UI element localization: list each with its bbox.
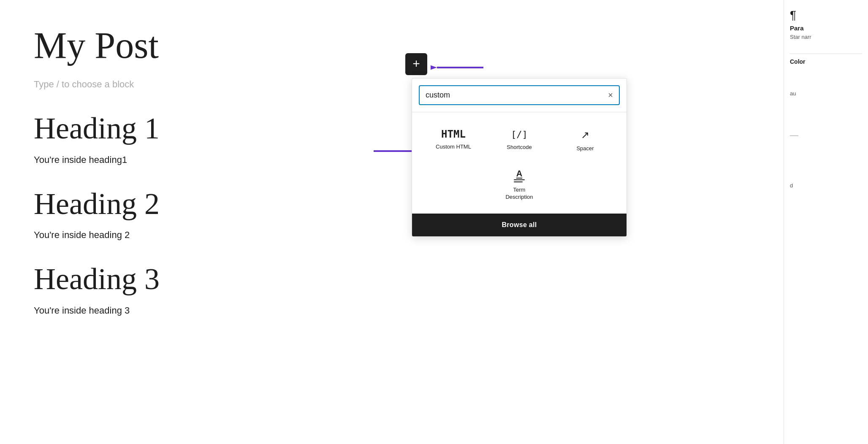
term-description-label: TermDescription [505, 187, 533, 201]
custom-html-icon: HTML [441, 129, 466, 139]
spacer-label: Spacer [576, 145, 594, 152]
term-description-icon: A [514, 169, 525, 182]
block-term-description[interactable]: A TermDescription [420, 165, 618, 205]
para-label: Para [790, 24, 862, 32]
add-block-button[interactable]: + [405, 53, 427, 75]
block-spacer[interactable]: ↗ Spacer [552, 125, 618, 157]
browse-all-button[interactable]: Browse all [412, 214, 627, 236]
paragraph-icon: ¶ [790, 8, 862, 22]
popup-blocks-row2: A TermDescription [412, 165, 627, 214]
custom-html-label: Custom HTML [436, 143, 471, 151]
d-label: d [790, 182, 862, 189]
plus-icon: + [412, 57, 420, 70]
auto-label: au [790, 90, 862, 97]
annotation-arrow-left [431, 57, 486, 80]
block-custom-html[interactable]: HTML Custom HTML [420, 125, 486, 157]
spacer-icon: ↗ [581, 129, 589, 141]
heading-3[interactable]: Heading 3 [34, 262, 557, 297]
block-picker-popup: × HTML Custom HTML [/] Shortcode ↗ Space… [412, 78, 627, 237]
shortcode-icon: [/] [511, 129, 528, 140]
popup-search-area: × [412, 79, 627, 112]
search-field-wrapper[interactable]: × [419, 85, 620, 105]
dash-label: — [790, 130, 862, 140]
right-panel: ¶ Para Star narr Color au — d [784, 0, 868, 444]
heading-3-content: You're inside heading 3 [34, 305, 557, 316]
popup-blocks-row1: HTML Custom HTML [/] Shortcode ↗ Spacer [412, 112, 627, 165]
shortcode-label: Shortcode [507, 144, 532, 151]
search-input[interactable] [426, 91, 605, 100]
para-desc: Star narr [790, 33, 862, 41]
clear-search-button[interactable]: × [608, 90, 613, 100]
color-label: Color [790, 54, 862, 65]
block-shortcode[interactable]: [/] Shortcode [486, 125, 552, 157]
